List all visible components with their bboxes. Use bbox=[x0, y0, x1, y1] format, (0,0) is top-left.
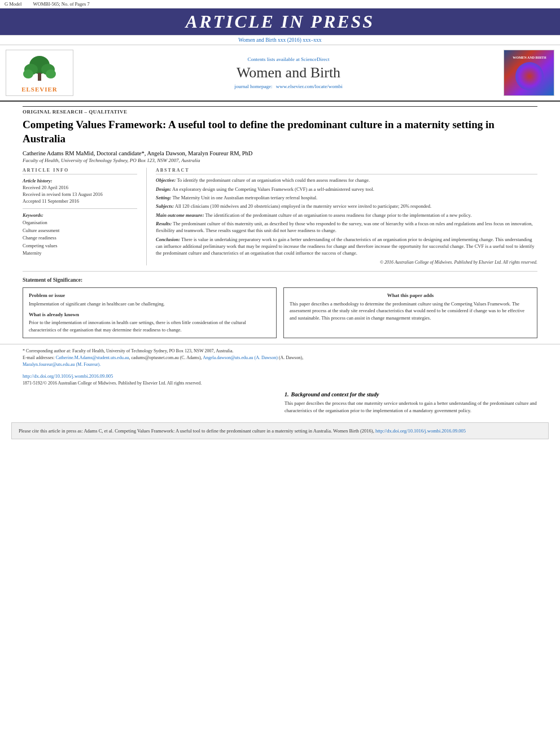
received-date: Received 20 April 2016 bbox=[23, 185, 137, 191]
conclusion-label: Conclusion: bbox=[156, 237, 180, 242]
significance-section: Statement of Significance: Problem or is… bbox=[0, 277, 560, 338]
revised-date: Received in revised form 13 August 2016 bbox=[23, 191, 137, 198]
citation-prefix: Please cite this article in press as: Ad… bbox=[19, 428, 332, 434]
homepage-line: journal homepage: www.elsevier.com/locat… bbox=[234, 84, 342, 89]
significance-right-box: What this paper adds This paper describe… bbox=[283, 287, 537, 338]
journal-title: Women and Birth bbox=[237, 64, 340, 81]
design-label: Design: bbox=[156, 186, 171, 192]
citation-year: (2016), bbox=[360, 428, 374, 434]
main-outcome-paragraph: Main outcome measure: The identification… bbox=[156, 212, 537, 219]
keyword-2: Culture assessment bbox=[23, 227, 137, 235]
main-outcome-text: The identification of the predominant cu… bbox=[205, 212, 471, 218]
significance-left-box: Problem or issue Implementation of signi… bbox=[23, 287, 277, 338]
section-divider bbox=[23, 271, 537, 272]
history-subheading: Article history: bbox=[23, 178, 137, 184]
wombi-ref-label: WOMBI-565; No. of Pages 7 bbox=[33, 1, 89, 7]
conclusion-text: There is value in undertaking preparator… bbox=[156, 237, 534, 256]
results-label: Results: bbox=[156, 221, 172, 226]
article-title-section: ORIGINAL RESEARCH – QUALITATIVE Competin… bbox=[0, 102, 560, 163]
objective-text: To identify the predominant culture of a… bbox=[177, 177, 370, 183]
citation-doi-link[interactable]: http://dx.doi.org/10.1016/j.wombi.2016.0… bbox=[375, 428, 466, 434]
homepage-url-link[interactable]: www.elsevier.com/locate/wombi bbox=[276, 84, 343, 89]
citation-journal: Women Birth bbox=[333, 428, 359, 434]
problem-text: Implementation of significant change in … bbox=[29, 300, 270, 307]
g-model-label: G Model bbox=[5, 1, 21, 7]
abstract-content: Objective: To identify the predominant c… bbox=[156, 177, 537, 265]
results-text: The predominant culture of this maternit… bbox=[156, 221, 533, 233]
email2-name: (A. Dawson), bbox=[279, 355, 303, 360]
section-title: Background and context for the study bbox=[291, 391, 379, 397]
copyright-line: © 2016 Australian College of Midwives. P… bbox=[156, 259, 537, 266]
section-number: 1. bbox=[285, 391, 289, 397]
main-outcome-label: Main outcome measure: bbox=[156, 212, 204, 218]
doi-section: http://dx.doi.org/10.1016/j.wombi.2016.0… bbox=[0, 370, 560, 388]
keyword-3: Change readiness bbox=[23, 234, 137, 242]
journal-center-info: Contents lists available at ScienceDirec… bbox=[79, 50, 498, 96]
keywords-subheading: Keywords: bbox=[23, 212, 137, 218]
email3-note: Maralyn.foureur@uts.edu.au (M. Foureur). bbox=[23, 361, 537, 368]
setting-text: The Maternity Unit in one Australian met… bbox=[172, 195, 317, 200]
two-column-layout: ARTICLE INFO Article history: Received 2… bbox=[0, 168, 560, 265]
known-heading: What is already known bbox=[29, 312, 270, 317]
cover-journal-name: WOMEN AND BIRTH bbox=[513, 56, 546, 59]
cover-circle-decoration bbox=[515, 62, 544, 90]
journal-cover-image: WOMEN AND BIRTH bbox=[504, 50, 554, 96]
elsevier-brand-text: ELSEVIER bbox=[21, 86, 58, 93]
authors-line: Catherine Adams RM MaMid, Doctoral candi… bbox=[23, 150, 537, 156]
adds-heading: What this paper adds bbox=[290, 292, 531, 298]
keywords-list: Organisation Culture assessment Change r… bbox=[23, 219, 137, 257]
email3-link[interactable]: Maralyn.foureur@uts.edu.au (M. Foureur). bbox=[23, 362, 100, 367]
email-addresses-note: E-mail addresses: Catherine.M.Adams@stud… bbox=[23, 355, 537, 361]
footnote-section: * Corresponding author at: Faculty of He… bbox=[0, 344, 560, 370]
corresponding-text: Faculty of Health, University of Technol… bbox=[72, 348, 234, 353]
elsevier-tree-icon bbox=[17, 54, 62, 85]
journal-header: ELSEVIER Contents lists available at Sci… bbox=[0, 45, 560, 102]
results-paragraph: Results: The predominant culture of this… bbox=[156, 220, 537, 234]
objective-label: Objective: bbox=[156, 177, 176, 183]
keyword-5: Maternity bbox=[23, 250, 137, 257]
citation-box: Please cite this article in press as: Ad… bbox=[11, 422, 549, 440]
article-in-press-banner: ARTICLE IN PRESS bbox=[186, 11, 374, 32]
elsevier-logo: ELSEVIER bbox=[6, 50, 73, 96]
subjects-text: All 120 clinicians (100 midwives and 20 … bbox=[175, 203, 431, 209]
svg-point-4 bbox=[23, 69, 33, 78]
article-info-column: ARTICLE INFO Article history: Received 2… bbox=[23, 168, 147, 265]
article-title: Competing Values Framework: A useful too… bbox=[23, 118, 537, 146]
adds-text: This paper describes a methodology to de… bbox=[290, 300, 531, 321]
setting-paragraph: Setting: The Maternity Unit in one Austr… bbox=[156, 194, 537, 201]
doi-link[interactable]: http://dx.doi.org/10.1016/j.wombi.2016.0… bbox=[23, 373, 537, 379]
setting-label: Setting: bbox=[156, 195, 171, 200]
svg-point-5 bbox=[46, 69, 56, 78]
article-info-heading: ARTICLE INFO bbox=[23, 168, 137, 174]
body-left-col bbox=[23, 391, 275, 414]
design-paragraph: Design: An exploratory design using the … bbox=[156, 186, 537, 193]
background-text: This paper describes the process that on… bbox=[285, 400, 537, 414]
issn-line: 1871-5192/© 2016 Australian College of M… bbox=[23, 381, 537, 386]
abstract-column: ABSTRACT Objective: To identify the pred… bbox=[147, 168, 537, 265]
corresponding-note: * Corresponding author at: Faculty of He… bbox=[23, 348, 537, 355]
abstract-heading: ABSTRACT bbox=[156, 168, 537, 174]
body-right-col: 1. Background and context for the study … bbox=[285, 391, 537, 414]
corresponding-label: * Corresponding author at: bbox=[23, 348, 71, 353]
problem-heading: Problem or issue bbox=[29, 292, 270, 298]
email1-name: cadums@optusnet.com.au (C. Adams) bbox=[131, 355, 200, 360]
science-direct-link[interactable]: ScienceDirect bbox=[301, 56, 329, 62]
page: G Model WOMBI-565; No. of Pages 7 ARTICL… bbox=[0, 0, 560, 439]
email2-link[interactable]: Angela.dawson@uts.edu.au (A. Dawson) bbox=[203, 355, 278, 360]
subjects-label: Subjects: bbox=[156, 203, 174, 209]
subjects-paragraph: Subjects: All 120 clinicians (100 midwiv… bbox=[156, 203, 537, 209]
known-text: Prior to the implementation of innovatio… bbox=[29, 319, 270, 333]
affiliation-line: Faculty of Health, University of Technol… bbox=[23, 158, 537, 163]
keyword-4: Competing values bbox=[23, 242, 137, 250]
significance-title: Statement of Significance: bbox=[23, 277, 537, 283]
email-label: E-mail addresses: bbox=[23, 355, 55, 360]
email1-link[interactable]: Catherine.M.Adams@student.uts.edu.au bbox=[56, 355, 129, 360]
article-type-label: ORIGINAL RESEARCH – QUALITATIVE bbox=[23, 106, 537, 115]
journal-ref-line: Women and Birth xxx (2016) xxx–xxx bbox=[0, 36, 560, 45]
keyword-1: Organisation bbox=[23, 219, 137, 227]
contents-available-line: Contents lists available at ScienceDirec… bbox=[248, 56, 330, 62]
design-text: An exploratory design using the Competin… bbox=[172, 186, 374, 192]
significance-boxes: Problem or issue Implementation of signi… bbox=[23, 287, 537, 338]
svg-rect-3 bbox=[38, 73, 41, 81]
objective-paragraph: Objective: To identify the predominant c… bbox=[156, 177, 537, 184]
